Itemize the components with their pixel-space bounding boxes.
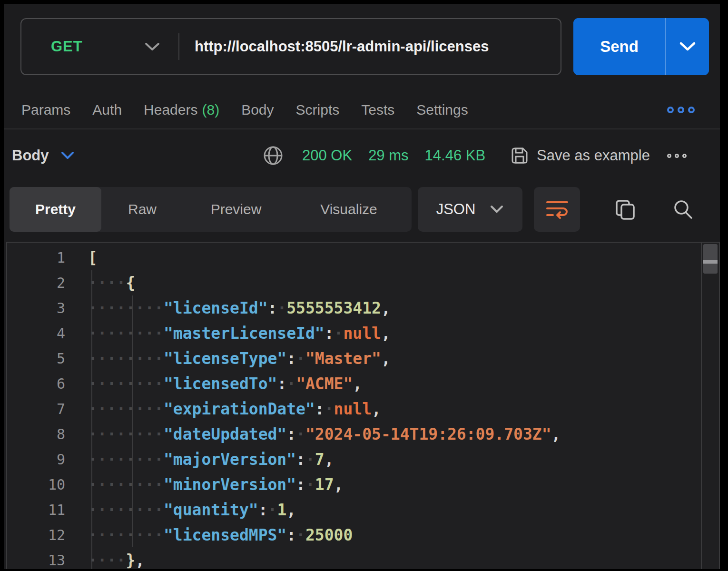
tab-preview[interactable]: Preview (183, 187, 289, 232)
code-line: 8········"dateUpdated":·"2024-05-14T19:2… (7, 422, 702, 447)
copy-button[interactable] (614, 198, 636, 220)
save-icon (510, 146, 529, 165)
code-text: ········"licensedMPS":·25000 (88, 526, 353, 544)
response-view-toolbar: Pretty Raw Preview Visualize JSON (10, 187, 714, 232)
format-dropdown[interactable]: JSON (418, 187, 522, 232)
send-options-button[interactable] (665, 18, 709, 75)
code-line: 3········"licenseId":·5555553412, (7, 295, 702, 321)
code-text: ····}, (88, 551, 145, 569)
response-meta-row: Body 200 OK 29 ms 14.46 KB (12, 141, 714, 170)
scrollbar-track (701, 243, 719, 569)
code-line: 2····{ (7, 270, 702, 295)
code-line: 4········"masterLicenseId":·null, (7, 321, 702, 346)
format-label: JSON (436, 201, 476, 218)
scrollbar-thumb[interactable] (703, 244, 718, 274)
code-line: 10········"minorVersion":·17, (7, 472, 702, 497)
code-line: 9········"majorVersion":·7, (7, 447, 702, 472)
network-globe-icon[interactable] (263, 146, 283, 166)
chevron-down-icon (144, 41, 160, 52)
wrap-lines-icon (545, 197, 569, 221)
status-badge: 200 OK (302, 147, 352, 164)
code-text: ········"quantity":·1, (88, 501, 296, 519)
line-number: 7 (7, 401, 65, 417)
line-number: 2 (7, 275, 65, 291)
code-text: ········"majorVersion":·7, (88, 450, 334, 469)
code-line: 6········"licensedTo":·"ACME", (7, 371, 702, 396)
chevron-down-icon (60, 151, 75, 160)
response-body-selector[interactable]: Body (12, 147, 75, 164)
response-stats: 200 OK 29 ms 14.46 KB Save as example (263, 146, 687, 166)
response-more-icon[interactable] (667, 154, 687, 158)
view-tabs: Pretty Raw Preview Visualize (10, 187, 412, 232)
code-line: 5········"licenseType":·"Master", (7, 346, 702, 371)
tab-visualize[interactable]: Visualize (289, 187, 409, 232)
chevron-down-icon (679, 41, 697, 52)
line-number: 4 (7, 325, 65, 342)
wrap-lines-button[interactable] (534, 187, 580, 232)
code-text: ········"minorVersion":·17, (88, 475, 343, 494)
code-text: ····{ (88, 274, 135, 292)
line-number: 1 (7, 249, 65, 266)
code-text: ········"masterLicenseId":·null, (88, 324, 391, 343)
response-size: 14.46 KB (425, 147, 486, 164)
code-line: 12········"licensedMPS":·25000 (7, 522, 702, 548)
code-text: [ (88, 248, 98, 267)
line-number: 12 (7, 527, 65, 543)
tab-headers-label: Headers (144, 102, 197, 118)
code-text: ········"expirationDate":·null, (88, 400, 381, 418)
code-line: 7········"expirationDate":·null, (7, 396, 702, 422)
tab-scripts[interactable]: Scripts (296, 102, 340, 118)
code-line: 13····}, (7, 548, 702, 569)
tab-pretty[interactable]: Pretty (10, 187, 101, 232)
app-window: GET Send Params Auth H (0, 0, 728, 571)
send-split-button: Send (573, 18, 709, 75)
search-icon (672, 198, 694, 220)
line-number: 8 (7, 426, 65, 443)
code-line: 11········"quantity":·1, (7, 497, 702, 522)
tab-settings[interactable]: Settings (416, 102, 468, 118)
save-as-example-label: Save as example (537, 147, 650, 164)
headers-count: (8) (202, 102, 219, 118)
code-text: ········"licenseId":·5555553412, (88, 299, 391, 317)
tab-auth[interactable]: Auth (92, 102, 122, 118)
code-text: ········"licenseType":·"Master", (88, 349, 391, 368)
line-number: 13 (7, 552, 65, 569)
response-body-viewer: 1[2····{3········"licenseId":·5555553412… (6, 242, 720, 569)
chevron-down-icon (490, 205, 504, 214)
url-row: GET Send (20, 18, 713, 75)
method-label: GET (51, 38, 83, 55)
code-lines: 1[2····{3········"licenseId":·5555553412… (7, 245, 702, 569)
line-number: 6 (7, 375, 65, 392)
response-section-label: Body (12, 147, 49, 164)
response-time: 29 ms (368, 147, 408, 164)
line-number: 5 (7, 350, 65, 367)
line-number: 3 (7, 300, 65, 316)
copy-icon (614, 198, 636, 220)
tab-params[interactable]: Params (21, 102, 70, 118)
url-bar: GET (20, 18, 561, 75)
line-number: 10 (7, 476, 65, 493)
save-as-example-button[interactable]: Save as example (510, 146, 650, 165)
tab-raw[interactable]: Raw (101, 187, 183, 232)
tab-tests[interactable]: Tests (361, 102, 394, 118)
tab-body[interactable]: Body (241, 102, 274, 118)
send-button[interactable]: Send (573, 18, 665, 75)
code-text: ········"dateUpdated":·"2024-05-14T19:26… (88, 425, 561, 443)
line-number: 9 (7, 451, 65, 468)
url-input[interactable] (179, 19, 561, 74)
search-button[interactable] (672, 198, 694, 220)
divider (4, 128, 720, 129)
code-line: 1[ (7, 245, 702, 270)
more-tabs-icon[interactable] (667, 107, 695, 113)
code-text: ········"licensedTo":·"ACME", (88, 374, 362, 393)
request-tabs: Params Auth Headers(8) Body Scripts Test… (21, 94, 714, 126)
code-tools (614, 187, 714, 232)
tab-headers[interactable]: Headers(8) (144, 102, 219, 118)
line-number: 11 (7, 502, 65, 518)
request-panel: GET Send Params Auth H (4, 4, 720, 569)
method-selector[interactable]: GET (21, 19, 178, 74)
